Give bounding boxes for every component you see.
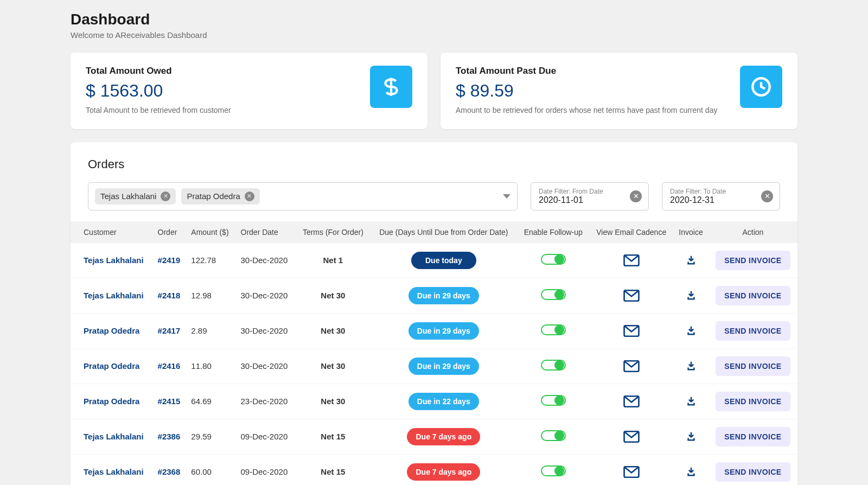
customer-link[interactable]: Tejas Lakhalani [84,467,144,476]
page-subtitle: Welcome to AReceivables Dashboard [71,30,797,40]
send-invoice-button[interactable]: SEND INVOICE [716,462,790,482]
envelope-icon[interactable] [589,348,673,384]
order-link[interactable]: #2418 [158,291,181,300]
customer-filter-select[interactable]: Tejas Lakhalani ✕ Pratap Odedra ✕ [88,182,518,210]
download-icon[interactable] [673,313,709,348]
followup-toggle[interactable] [541,465,566,476]
due-pill: Due in 29 days [409,358,479,375]
close-icon[interactable]: ✕ [630,190,642,202]
due-pill: Due today [411,252,476,269]
col-amount[interactable]: Amount ($) [187,221,236,243]
col-terms[interactable]: Terms (For Order) [296,221,370,243]
envelope-icon[interactable] [589,384,673,419]
filter-chip-label: Tejas Lakhalani [100,192,156,201]
col-due[interactable]: Due (Days Until Due from Order Date) [370,221,517,243]
envelope-icon[interactable] [589,419,673,454]
send-invoice-button[interactable]: SEND INVOICE [716,356,790,376]
date-to-input[interactable]: Date Filter: To Date 2020-12-31 ✕ [662,182,780,210]
followup-toggle[interactable] [541,254,566,265]
customer-link[interactable]: Pratap Odedra [84,361,139,371]
svg-rect-23 [687,438,689,439]
card-past-due-desc: Amount to be retrieved for orders whose … [456,105,731,116]
followup-toggle[interactable] [541,430,566,441]
card-total-owed-value: $ 1563.00 [86,81,361,101]
envelope-icon[interactable] [589,454,673,485]
customer-link[interactable]: Tejas Lakhalani [84,291,144,300]
order-link[interactable]: #2415 [158,397,181,406]
col-cadence[interactable]: View Email Cadence [589,221,673,243]
customer-link[interactable]: Pratap Odedra [84,397,139,406]
download-icon[interactable] [673,384,709,419]
send-invoice-button[interactable]: SEND INVOICE [716,392,790,411]
close-icon[interactable]: ✕ [761,190,773,202]
order-link[interactable]: #2419 [158,256,181,265]
svg-rect-12 [693,332,695,334]
due-pill: Due in 29 days [409,287,479,304]
card-total-owed-desc: Total Amount to be retrieved from custom… [86,105,361,116]
date-from-input[interactable]: Date Filter: From Date 2020-11-01 ✕ [531,182,649,210]
due-pill: Due in 29 days [409,322,479,340]
col-customer[interactable]: Customer [71,221,154,243]
download-icon[interactable] [673,454,709,485]
followup-toggle[interactable] [541,324,566,335]
download-icon[interactable] [673,243,709,278]
order-link[interactable]: #2416 [158,361,181,371]
card-past-due-title: Total Amount Past Due [456,66,731,76]
amount-cell: 64.69 [187,384,236,419]
terms-cell: Net 30 [296,313,370,348]
amount-cell: 2.89 [187,313,236,348]
download-icon[interactable] [673,419,709,454]
filter-chip: Tejas Lakhalani ✕ [95,188,176,205]
terms-cell: Net 30 [296,348,370,384]
customer-link[interactable]: Tejas Lakhalani [84,256,144,265]
envelope-icon[interactable] [589,243,673,278]
customer-link[interactable]: Tejas Lakhalani [84,432,144,441]
send-invoice-button[interactable]: SEND INVOICE [716,286,790,305]
followup-toggle[interactable] [541,289,566,300]
send-invoice-button[interactable]: SEND INVOICE [716,321,790,341]
terms-cell: Net 30 [296,384,370,419]
table-row: Tejas Lakhalani#241812.9830-Dec-2020Net … [71,278,797,313]
chevron-down-icon[interactable] [503,194,510,199]
svg-rect-16 [693,367,695,369]
clock-icon [740,66,782,108]
date-from-label: Date Filter: From Date [539,188,623,195]
send-invoice-button[interactable]: SEND INVOICE [716,427,790,446]
close-icon[interactable]: ✕ [161,192,170,201]
orderdate-cell: 30-Dec-2020 [237,313,296,348]
col-invoice[interactable]: Invoice [673,221,709,243]
download-icon[interactable] [673,348,709,384]
order-link[interactable]: #2386 [158,432,181,441]
terms-cell: Net 30 [296,278,370,313]
orders-table: Customer Order Amount ($) Order Date Ter… [71,221,797,485]
due-pill: Due 7 days ago [407,463,480,481]
envelope-icon[interactable] [589,278,673,313]
svg-rect-19 [687,403,689,404]
col-followup[interactable]: Enable Follow-up [517,221,589,243]
orderdate-cell: 30-Dec-2020 [237,348,296,384]
svg-rect-7 [687,297,689,298]
due-pill: Due 7 days ago [407,428,480,445]
svg-rect-24 [693,438,695,439]
followup-toggle[interactable] [541,395,566,406]
dollar-icon [370,66,412,108]
orderdate-cell: 30-Dec-2020 [237,278,296,313]
amount-cell: 60.00 [187,454,236,485]
close-icon[interactable]: ✕ [245,192,254,201]
envelope-icon[interactable] [589,313,673,348]
order-link[interactable]: #2417 [158,326,181,335]
order-link[interactable]: #2368 [158,467,181,476]
customer-link[interactable]: Pratap Odedra [84,326,139,335]
page-title: Dashboard [71,11,797,28]
followup-toggle[interactable] [541,360,566,371]
send-invoice-button[interactable]: SEND INVOICE [716,251,790,270]
col-action[interactable]: Action [709,221,797,243]
col-order[interactable]: Order [154,221,187,243]
date-to-label: Date Filter: To Date [670,188,755,195]
terms-cell: Net 15 [296,419,370,454]
download-icon[interactable] [673,278,709,313]
card-total-owed: Total Amount Owed $ 1563.00 Total Amount… [71,53,427,129]
table-row: Tejas Lakhalani#2419122.7830-Dec-2020Net… [71,243,797,278]
col-orderdate[interactable]: Order Date [237,221,296,243]
amount-cell: 29.59 [187,419,236,454]
